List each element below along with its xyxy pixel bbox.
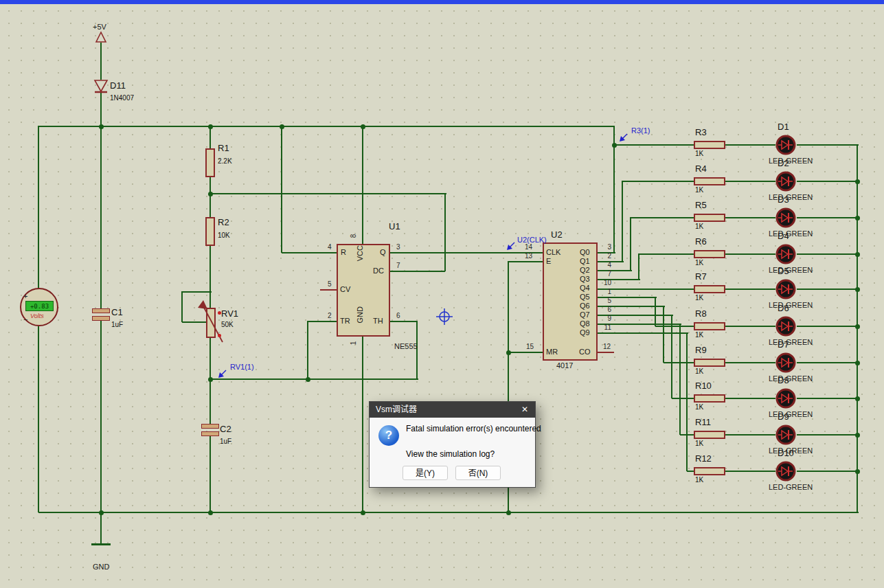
led[interactable]: [775, 207, 797, 229]
resistor-value: 1K: [695, 186, 703, 194]
led-ref: D2: [778, 158, 789, 168]
capacitor-c2[interactable]: [201, 424, 219, 429]
net-label-rv1: RV1(1): [230, 363, 254, 371]
junction-dot: [855, 469, 860, 474]
capacitor-value: 1uF: [220, 438, 231, 445]
pin-number: 5: [328, 280, 332, 288]
junction-dot: [855, 396, 860, 401]
pin-number: 2: [328, 312, 332, 319]
ground-terminal-icon[interactable]: [91, 543, 111, 545]
diode-d11[interactable]: [93, 78, 109, 98]
resistor-ref: R10: [695, 381, 712, 391]
wire: [797, 289, 859, 290]
resistor[interactable]: [694, 322, 725, 330]
wire: [622, 181, 623, 262]
vcc-label: +5V: [93, 23, 106, 31]
capacitor-c2[interactable]: [201, 431, 219, 436]
resistor[interactable]: [694, 214, 725, 222]
resistor[interactable]: [694, 285, 725, 293]
led[interactable]: [775, 424, 797, 446]
resistor-value: 1K: [695, 150, 703, 157]
led[interactable]: [775, 352, 797, 374]
pin-name: CLK: [546, 248, 560, 256]
resistor[interactable]: [694, 177, 725, 185]
junction-dot: [208, 377, 213, 382]
pin-name: MR: [546, 348, 558, 356]
resistor-r1[interactable]: [205, 148, 215, 177]
vsm-debugger-dialog: Vsm调试器 ✕ ? Fatal simulation error(s) enc…: [369, 401, 536, 488]
wire: [797, 398, 859, 399]
wire: [38, 326, 39, 512]
resistor[interactable]: [694, 467, 725, 475]
pin-name: R: [341, 248, 346, 256]
top-edge-strip: [0, 0, 884, 4]
resistor[interactable]: [694, 359, 725, 367]
resistor[interactable]: [694, 250, 725, 258]
led[interactable]: [775, 315, 797, 337]
resistor[interactable]: [694, 141, 725, 149]
wire: [655, 326, 694, 327]
wire: [725, 289, 775, 290]
pin-number: 2: [600, 252, 611, 260]
wire: [210, 378, 418, 380]
led-part: LED-GREEN: [769, 410, 813, 418]
capacitor-ref: C1: [111, 307, 123, 317]
resistor-ref: R4: [695, 163, 707, 174]
pin-name: Q: [380, 248, 386, 256]
capacitor-c1[interactable]: [92, 316, 110, 321]
origin-crosshair-icon: [434, 306, 455, 330]
led[interactable]: [775, 134, 797, 156]
wire: [797, 362, 859, 363]
pin-number: 12: [603, 343, 611, 350]
capacitor-c1[interactable]: [92, 308, 110, 313]
wire: [598, 289, 694, 290]
vcc-terminal-icon[interactable]: [95, 31, 107, 46]
dialog-titlebar[interactable]: Vsm调试器: [370, 402, 535, 418]
pin-stub: [598, 352, 614, 353]
resistor[interactable]: [694, 431, 725, 439]
junction-dot: [99, 510, 104, 515]
junction-dot: [99, 124, 104, 129]
led[interactable]: [775, 170, 797, 192]
pin-name: Q2: [580, 266, 590, 274]
led[interactable]: [775, 387, 797, 409]
voltmeter[interactable]: + − +0.83 Volts: [20, 288, 58, 326]
led-ref: D6: [778, 303, 789, 313]
resistor-r2[interactable]: [205, 217, 215, 246]
wire: [672, 398, 694, 399]
resistor-ref: R8: [695, 308, 707, 319]
resistor[interactable]: [694, 394, 725, 403]
wire: [100, 512, 102, 545]
pin-number: 8: [350, 234, 357, 238]
meter-plus-sign: +: [23, 292, 27, 300]
pin-name: TR: [340, 317, 350, 325]
led-part: LED-GREEN: [769, 301, 813, 309]
resistor-value: 1K: [695, 368, 703, 375]
no-button[interactable]: 否(N): [455, 466, 501, 480]
pin-number: 10: [600, 279, 611, 286]
wire: [797, 471, 859, 472]
wire: [725, 181, 775, 182]
led[interactable]: [775, 278, 797, 300]
junction-dot: [506, 510, 511, 515]
led-ref: D3: [778, 194, 789, 205]
pin-name: Q7: [580, 310, 590, 319]
pin-name: Q6: [580, 302, 590, 310]
led[interactable]: [775, 460, 797, 482]
schematic-canvas[interactable]: +5V GND D11 1N4007 + − +0.83 Volts R1 2.…: [0, 0, 884, 588]
pin-name: Q5: [580, 293, 590, 301]
dialog-title: Vsm调试器: [376, 405, 417, 414]
pin-number: 6: [600, 306, 611, 313]
pin-name: DC: [373, 267, 384, 275]
led-part: LED-GREEN: [769, 157, 813, 165]
yes-button[interactable]: 是(Y): [403, 466, 448, 480]
wire: [725, 362, 775, 363]
led-ref: D1: [778, 122, 789, 132]
wire: [725, 144, 775, 146]
wire: [630, 217, 631, 271]
junction-dot: [855, 179, 860, 184]
close-icon[interactable]: ✕: [514, 402, 535, 418]
junction-dot: [855, 287, 860, 292]
led[interactable]: [775, 243, 797, 265]
led-part: LED-GREEN: [769, 483, 813, 491]
